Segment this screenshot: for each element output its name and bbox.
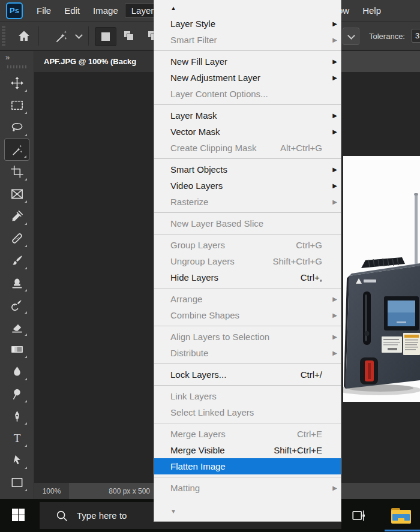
active-app-indicator bbox=[385, 530, 420, 531]
file-explorer-button[interactable] bbox=[391, 508, 411, 524]
menu-item-new-adjustment-layer[interactable]: New Adjustment Layer▶ bbox=[154, 70, 341, 86]
menu-item-new-fill-layer[interactable]: New Fill Layer▶ bbox=[154, 53, 341, 70]
menu-item-label: New Fill Layer bbox=[170, 56, 322, 67]
tool-crop[interactable] bbox=[4, 161, 29, 183]
submenu-arrow-icon: ▶ bbox=[331, 199, 337, 205]
clone-stamp-icon bbox=[10, 276, 24, 290]
menu-item-shortcut: Ctrl+/ bbox=[301, 369, 322, 380]
eyedropper-icon bbox=[10, 209, 24, 223]
tool-eraser[interactable] bbox=[4, 316, 29, 338]
menu-separator bbox=[154, 104, 341, 105]
blur-icon bbox=[10, 365, 24, 378]
menubar-item-help[interactable]: Help bbox=[356, 3, 388, 18]
frame-icon bbox=[10, 187, 24, 201]
tool-eyedropper[interactable] bbox=[4, 205, 29, 227]
tool-frame[interactable] bbox=[4, 183, 29, 205]
type-icon: T bbox=[10, 431, 24, 445]
search-placeholder: Type here to bbox=[77, 510, 127, 521]
move-icon bbox=[10, 76, 24, 90]
menubar-item-file[interactable]: File bbox=[30, 3, 58, 18]
menu-item-video-layers[interactable]: Video Layers▶ bbox=[154, 178, 341, 194]
gradient-icon bbox=[10, 342, 24, 356]
menu-item-layer-mask[interactable]: Layer Mask▶ bbox=[154, 107, 341, 124]
menu-separator bbox=[154, 212, 341, 213]
menu-item-layer-style[interactable]: Layer Style▶ bbox=[154, 16, 341, 32]
tool-dodge[interactable] bbox=[4, 383, 29, 405]
submenu-arrow-icon: ▶ bbox=[331, 20, 337, 27]
tool-type[interactable]: T bbox=[4, 427, 29, 449]
options-separator bbox=[88, 26, 89, 46]
menu-item-vector-mask[interactable]: Vector Mask▶ bbox=[154, 124, 341, 140]
tolerance-input[interactable] bbox=[412, 29, 420, 43]
sample-size-dropdown[interactable] bbox=[343, 28, 359, 45]
menu-item-label: Arrange bbox=[170, 294, 322, 304]
wand-preset-button[interactable] bbox=[49, 26, 73, 46]
tool-gradient[interactable] bbox=[4, 338, 29, 360]
pen-icon bbox=[10, 409, 24, 423]
menu-item-smart-objects[interactable]: Smart Objects▶ bbox=[154, 161, 341, 178]
cabinet-photo-illustration bbox=[343, 156, 420, 402]
menu-separator bbox=[154, 234, 341, 235]
tool-spot-healing-brush[interactable] bbox=[4, 227, 29, 250]
submenu-arrow-icon: ▶ bbox=[331, 58, 337, 65]
menu-item-flatten-image[interactable]: Flatten Image bbox=[154, 458, 341, 474]
menu-separator bbox=[154, 363, 341, 364]
tool-lasso[interactable] bbox=[4, 116, 29, 139]
menu-item-hide-layers[interactable]: Hide LayersCtrl+, bbox=[154, 269, 341, 285]
history-brush-icon bbox=[10, 298, 24, 312]
menu-item-lock-layers[interactable]: Lock Layers...Ctrl+/ bbox=[154, 366, 341, 383]
new-selection-button[interactable] bbox=[95, 27, 116, 46]
tool-rectangular-marquee[interactable] bbox=[4, 94, 29, 116]
tool-rectangle[interactable] bbox=[4, 471, 29, 494]
submenu-arrow-icon: ▶ bbox=[331, 37, 337, 43]
menu-item-rasterize: Rasterize▶ bbox=[154, 194, 341, 210]
menu-item-group-layers: Group LayersCtrl+G bbox=[154, 237, 341, 253]
menu-item-create-clipping-mask: Create Clipping MaskAlt+Ctrl+G bbox=[154, 140, 341, 156]
submenu-arrow-icon: ▶ bbox=[331, 333, 337, 340]
menu-item-merge-visible[interactable]: Merge VisibleShift+Ctrl+E bbox=[154, 442, 341, 458]
panel-grip[interactable] bbox=[7, 65, 26, 68]
tool-brush[interactable] bbox=[4, 250, 29, 272]
menu-item-label: Group Layers bbox=[170, 240, 296, 250]
tool-history-brush[interactable] bbox=[4, 294, 29, 316]
menu-item-label: Smart Objects bbox=[170, 164, 322, 175]
tool-blur[interactable] bbox=[4, 360, 29, 383]
menu-item-label: Matting bbox=[170, 483, 322, 493]
menu-scroll-down[interactable]: ▼ bbox=[154, 506, 341, 516]
add-to-selection-button[interactable] bbox=[119, 27, 139, 45]
crop-icon bbox=[10, 165, 24, 179]
wand-options-chevron[interactable] bbox=[73, 26, 84, 46]
windows-start-button[interactable] bbox=[12, 509, 25, 521]
menu-item-label: Flatten Image bbox=[170, 461, 322, 471]
menu-separator bbox=[154, 50, 341, 51]
zoom-level-field[interactable]: 100% bbox=[34, 483, 69, 499]
menu-item-label: Smart Filter bbox=[170, 35, 322, 45]
menu-item-label: Layer Mask bbox=[170, 110, 322, 121]
menu-item-shortcut: Ctrl+, bbox=[301, 272, 322, 282]
menu-scroll-up[interactable]: ▲ bbox=[154, 0, 341, 16]
menu-item-label: Select Linked Layers bbox=[170, 407, 322, 417]
photoshop-logo-icon: Ps bbox=[6, 2, 23, 19]
home-button[interactable] bbox=[13, 26, 35, 46]
menu-item-label: Link Layers bbox=[170, 391, 322, 401]
submenu-arrow-icon: ▶ bbox=[331, 182, 337, 189]
document-size-field[interactable]: 800 px x 500 bbox=[69, 483, 154, 499]
tool-magic-wand[interactable] bbox=[4, 139, 29, 161]
tool-path-selection[interactable] bbox=[4, 449, 29, 471]
tool-move[interactable] bbox=[4, 72, 29, 94]
menubar-item-edit[interactable]: Edit bbox=[58, 3, 86, 18]
triangle-down-icon: ▼ bbox=[170, 508, 176, 515]
tool-pen[interactable] bbox=[4, 405, 29, 427]
tool-clone-stamp[interactable] bbox=[4, 272, 29, 294]
document-tab[interactable]: APF.JPG @ 100% (Backg bbox=[34, 51, 154, 72]
svg-text:T: T bbox=[13, 432, 20, 444]
menu-item-label: Merge Visible bbox=[170, 445, 274, 455]
expand-panel-button[interactable]: » bbox=[0, 51, 34, 62]
task-view-button[interactable] bbox=[350, 507, 367, 524]
options-bar-grip[interactable] bbox=[2, 26, 5, 46]
new-selection-icon bbox=[101, 32, 110, 41]
submenu-arrow-icon: ▶ bbox=[331, 74, 337, 81]
canvas-photo[interactable] bbox=[343, 156, 420, 402]
menubar-item-image[interactable]: Image bbox=[86, 3, 125, 18]
submenu-arrow-icon: ▶ bbox=[331, 350, 337, 356]
